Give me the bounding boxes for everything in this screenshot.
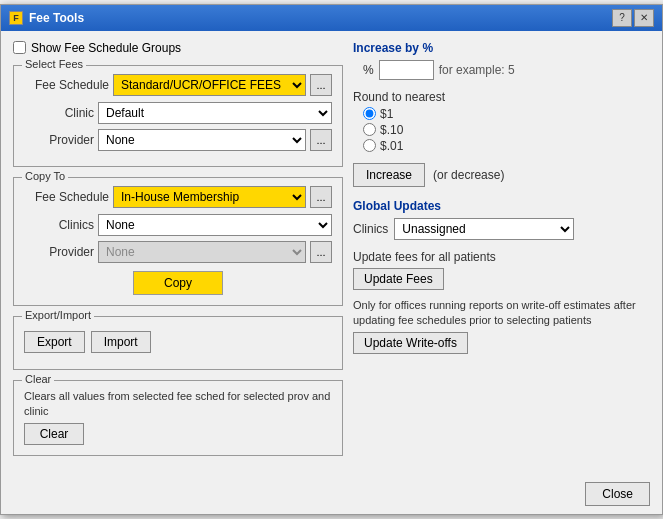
footer: Close	[1, 478, 662, 514]
copy-to-fee-schedule-select[interactable]: In-House Membership	[113, 186, 306, 208]
copy-to-clinics-select[interactable]: None	[98, 214, 332, 236]
close-button[interactable]: Close	[585, 482, 650, 506]
round-10-row: $.10	[363, 123, 650, 137]
percent-row: % for example: 5	[363, 60, 650, 80]
update-fees-button[interactable]: Update Fees	[353, 268, 444, 290]
clear-label: Clear	[22, 373, 54, 385]
round-1-label: $1	[380, 107, 393, 121]
copy-to-fee-schedule-row: Fee Schedule In-House Membership ...	[24, 186, 332, 208]
show-fee-schedule-groups-checkbox[interactable]	[13, 41, 26, 54]
clear-button[interactable]: Clear	[24, 423, 84, 445]
window-close-button[interactable]: ✕	[634, 9, 654, 27]
fee-schedule-browse-button[interactable]: ...	[310, 74, 332, 96]
copy-to-provider-select[interactable]: None	[98, 241, 306, 263]
right-panel: Increase by % % for example: 5 Round to …	[353, 41, 650, 467]
clear-description: Clears all values from selected fee sche…	[24, 389, 332, 420]
round-to-nearest-section: Round to nearest $1 $.10 $.01	[353, 90, 650, 153]
select-fees-label: Select Fees	[22, 58, 86, 70]
global-clinics-label: Clinics	[353, 222, 388, 236]
global-clinics-row: Clinics Unassigned	[353, 218, 650, 240]
global-updates-title: Global Updates	[353, 199, 650, 213]
export-import-row: Export Import	[24, 325, 332, 359]
clear-group: Clear Clears all values from selected fe…	[13, 380, 343, 457]
provider-select[interactable]: None	[98, 129, 306, 151]
round-01-row: $.01	[363, 139, 650, 153]
provider-row: Provider None ...	[24, 129, 332, 151]
copy-to-fee-schedule-browse-button[interactable]: ...	[310, 186, 332, 208]
title-buttons: ? ✕	[612, 9, 654, 27]
title-bar: F Fee Tools ? ✕	[1, 5, 662, 31]
fee-schedule-row: Fee Schedule Standard/UCR/OFFICE FEES ..…	[24, 74, 332, 96]
update-fees-section: Update fees for all patients Update Fees	[353, 250, 650, 290]
increase-by-title: Increase by %	[353, 41, 650, 55]
import-button[interactable]: Import	[91, 331, 151, 353]
copy-to-provider-label: Provider	[24, 245, 94, 259]
export-import-label: Export/Import	[22, 309, 94, 321]
fee-schedule-select[interactable]: Standard/UCR/OFFICE FEES	[113, 74, 306, 96]
round-to-nearest-title: Round to nearest	[353, 90, 650, 104]
provider-browse-button[interactable]: ...	[310, 129, 332, 151]
copy-to-group: Copy To Fee Schedule In-House Membership…	[13, 177, 343, 306]
main-content: Show Fee Schedule Groups Select Fees Fee…	[1, 31, 662, 479]
round-1-radio[interactable]	[363, 107, 376, 120]
percent-symbol: %	[363, 63, 374, 77]
show-fee-schedule-groups-row: Show Fee Schedule Groups	[13, 41, 343, 55]
clinic-label: Clinic	[24, 106, 94, 120]
global-updates-section: Global Updates Clinics Unassigned	[353, 199, 650, 240]
global-clinics-select[interactable]: Unassigned	[394, 218, 574, 240]
copy-to-label: Copy To	[22, 170, 68, 182]
copy-to-clinics-row: Clinics None	[24, 214, 332, 236]
copy-to-fee-schedule-label: Fee Schedule	[24, 190, 109, 204]
clinic-row: Clinic Default	[24, 102, 332, 124]
write-offs-section: Only for offices running reports on writ…	[353, 298, 650, 355]
write-off-description: Only for offices running reports on writ…	[353, 298, 650, 329]
update-writeoffs-button[interactable]: Update Write-offs	[353, 332, 468, 354]
copy-button[interactable]: Copy	[133, 271, 223, 295]
window-title: Fee Tools	[29, 11, 84, 25]
app-icon: F	[9, 11, 23, 25]
copy-to-clinics-label: Clinics	[24, 218, 94, 232]
increase-btn-row: Increase (or decrease)	[353, 163, 650, 187]
left-panel: Show Fee Schedule Groups Select Fees Fee…	[13, 41, 343, 467]
clinic-select[interactable]: Default	[98, 102, 332, 124]
show-fee-schedule-groups-label: Show Fee Schedule Groups	[31, 41, 181, 55]
or-decrease-label: (or decrease)	[433, 168, 504, 182]
round-01-label: $.01	[380, 139, 403, 153]
fee-schedule-label: Fee Schedule	[24, 78, 109, 92]
copy-to-provider-browse-button[interactable]: ...	[310, 241, 332, 263]
round-10-label: $.10	[380, 123, 403, 137]
update-fees-title: Update fees for all patients	[353, 250, 650, 264]
copy-btn-container: Copy	[24, 271, 332, 295]
question-button[interactable]: ?	[612, 9, 632, 27]
percent-input[interactable]	[379, 60, 434, 80]
provider-label: Provider	[24, 133, 94, 147]
increase-by-section: Increase by % % for example: 5	[353, 41, 650, 80]
increase-button[interactable]: Increase	[353, 163, 425, 187]
round-01-radio[interactable]	[363, 139, 376, 152]
round-1-row: $1	[363, 107, 650, 121]
copy-to-provider-row: Provider None ...	[24, 241, 332, 263]
export-import-group: Export/Import Export Import	[13, 316, 343, 370]
export-button[interactable]: Export	[24, 331, 85, 353]
round-10-radio[interactable]	[363, 123, 376, 136]
for-example-label: for example: 5	[439, 63, 515, 77]
title-bar-left: F Fee Tools	[9, 11, 84, 25]
select-fees-group: Select Fees Fee Schedule Standard/UCR/OF…	[13, 65, 343, 167]
fee-tools-window: F Fee Tools ? ✕ Show Fee Schedule Groups…	[0, 4, 663, 516]
